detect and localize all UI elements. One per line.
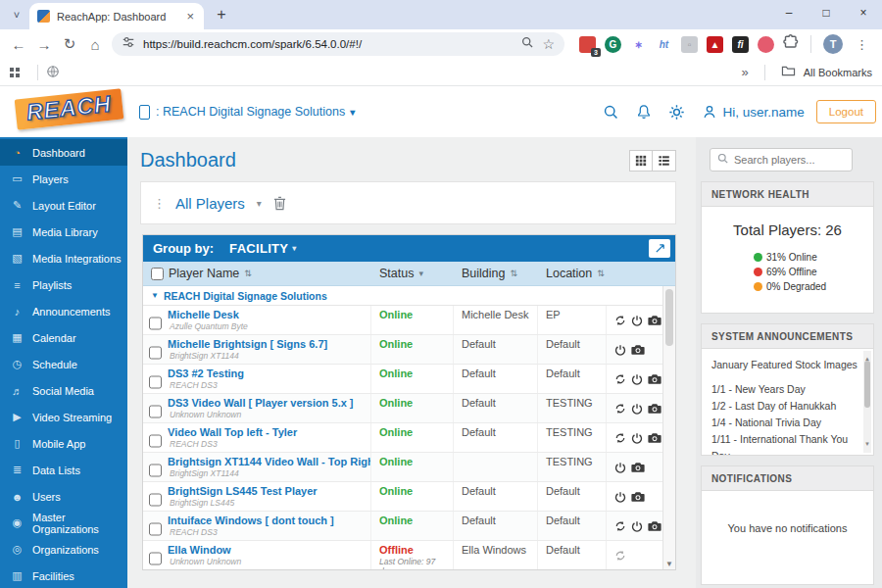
- window-maximize-button[interactable]: □: [808, 0, 845, 25]
- column-header-location[interactable]: Location⇅: [538, 262, 607, 285]
- org-chevron-down-icon[interactable]: ▾: [350, 107, 355, 118]
- sync-icon[interactable]: [614, 315, 626, 326]
- power-icon[interactable]: [614, 344, 626, 356]
- row-checkbox[interactable]: [149, 401, 162, 422]
- tab-search-chevron-icon[interactable]: ˅: [6, 4, 27, 25]
- power-icon[interactable]: [614, 491, 626, 503]
- announcements-scrollbar-thumb[interactable]: [864, 361, 870, 408]
- group-by-caret-icon[interactable]: ▾: [292, 244, 296, 253]
- window-close-button[interactable]: ×: [845, 0, 882, 25]
- power-icon[interactable]: [614, 462, 626, 473]
- table-group-row[interactable]: ▼ REACH Digital Signage Solutions: [143, 286, 675, 306]
- table-scrollbar-thumb[interactable]: [665, 289, 673, 346]
- sort-icon[interactable]: ▾: [418, 269, 423, 278]
- player-name-link[interactable]: Ella Window: [168, 544, 241, 556]
- logout-button[interactable]: Logout: [816, 100, 876, 123]
- grammarly-extension-icon[interactable]: G: [605, 36, 621, 53]
- row-checkbox[interactable]: [149, 430, 162, 452]
- extensions-puzzle-icon[interactable]: [783, 34, 799, 54]
- camera-icon[interactable]: [631, 462, 645, 473]
- all-bookmarks-label[interactable]: All Bookmarks: [804, 67, 872, 78]
- settings-gear-icon[interactable]: [668, 104, 685, 121]
- player-name-link[interactable]: DS3 Video Wall [ Player version 5.x ]: [168, 397, 354, 409]
- select-all-checkbox[interactable]: [151, 268, 164, 280]
- profile-avatar[interactable]: T: [823, 34, 843, 54]
- tune-icon[interactable]: [122, 35, 135, 53]
- gray-extension-icon[interactable]: ▫: [681, 36, 698, 53]
- camera-icon[interactable]: [648, 520, 662, 532]
- column-header-status[interactable]: Status▾: [371, 262, 454, 285]
- table-expand-button[interactable]: [649, 239, 670, 258]
- purple-asterisk-extension-icon[interactable]: ∗: [630, 36, 647, 53]
- notifications-bell-icon[interactable]: [636, 104, 652, 120]
- sort-icon[interactable]: ⇅: [597, 269, 605, 278]
- sidebar-item-playlists[interactable]: ≡Playlists: [0, 271, 127, 298]
- adobe-pdf-extension-icon[interactable]: ▲: [707, 36, 723, 53]
- new-tab-button[interactable]: +: [210, 3, 233, 26]
- camera-icon[interactable]: [648, 373, 662, 385]
- all-bookmarks-folder-icon[interactable]: [781, 65, 796, 79]
- column-header-building[interactable]: Building⇅: [454, 262, 538, 285]
- announcements-scrollbar[interactable]: ▲ ▼: [863, 351, 871, 453]
- table-scrollbar[interactable]: ▼: [662, 286, 675, 569]
- sidebar-item-social-media[interactable]: ♬Social Media: [0, 377, 127, 404]
- players-chevron-down-icon[interactable]: ▾: [257, 198, 262, 209]
- sort-icon[interactable]: ⇅: [510, 269, 517, 278]
- group-by-value[interactable]: FACILITY: [229, 241, 288, 256]
- row-checkbox[interactable]: [149, 489, 162, 511]
- sidebar-item-media-integrations[interactable]: ▧Media Integrations: [0, 245, 127, 271]
- sync-icon[interactable]: [614, 550, 626, 562]
- bookmarks-overflow-icon[interactable]: »: [741, 65, 748, 79]
- table-scroll-down-icon[interactable]: ▼: [663, 560, 675, 568]
- window-minimize-button[interactable]: –: [770, 0, 808, 25]
- camera-icon[interactable]: [631, 491, 645, 503]
- sidebar-item-media-library[interactable]: ▤Media Library: [0, 219, 127, 245]
- sidebar-item-facilities[interactable]: ▥Facilities: [0, 563, 127, 588]
- globe-bookmark-icon[interactable]: [46, 65, 60, 80]
- sidebar-item-organizations[interactable]: ◎Organizations: [0, 536, 127, 563]
- sidebar-item-video-streaming[interactable]: ▶Video Streaming: [0, 404, 127, 430]
- power-icon[interactable]: [631, 403, 643, 415]
- player-name-link[interactable]: Video Wall Top left - Tyler: [168, 426, 297, 438]
- row-checkbox[interactable]: [149, 548, 162, 569]
- home-button[interactable]: ⌂: [82, 31, 108, 57]
- header-search-icon[interactable]: [603, 104, 619, 121]
- player-name-link[interactable]: Intuiface Windows [ dont touch ]: [168, 514, 334, 526]
- reload-button[interactable]: ↻: [57, 31, 82, 57]
- browser-tab[interactable]: ReachApp: Dashboard ×: [29, 3, 204, 29]
- players-dropdown[interactable]: All Players: [175, 195, 245, 212]
- sync-icon[interactable]: [614, 432, 626, 444]
- row-checkbox[interactable]: [149, 313, 162, 334]
- sync-icon[interactable]: [614, 373, 626, 385]
- column-header-player-name[interactable]: Player Name⇅: [143, 262, 371, 285]
- group-collapse-caret-icon[interactable]: ▼: [151, 291, 159, 300]
- url-text[interactable]: https://build.reachcm.com/spark/6.54.0.0…: [143, 38, 514, 50]
- sidebar-item-mobile-app[interactable]: ▯Mobile App: [0, 430, 127, 457]
- player-name-link[interactable]: Michelle Brightsign [ Signs 6.7]: [168, 338, 327, 350]
- pink-circle-extension-icon[interactable]: [758, 36, 774, 53]
- apps-grid-icon[interactable]: [10, 68, 20, 77]
- player-name-link[interactable]: Brightsign XT1144 Video Wall - Top Right: [168, 456, 371, 467]
- sidebar-item-data-lists[interactable]: ≣Data Lists: [0, 457, 127, 483]
- camera-icon[interactable]: [648, 432, 662, 444]
- row-checkbox[interactable]: [149, 460, 162, 481]
- sort-icon[interactable]: ⇅: [244, 269, 252, 278]
- sidebar-item-master-organizations[interactable]: ◉Master Organizations: [0, 510, 127, 536]
- grid-view-button[interactable]: [629, 150, 653, 172]
- row-checkbox[interactable]: [149, 518, 162, 540]
- tab-close-icon[interactable]: ×: [184, 10, 196, 23]
- org-title[interactable]: : REACH Digital Signage Solutions: [156, 105, 345, 119]
- sidebar-item-calendar[interactable]: ▦Calendar: [0, 324, 127, 351]
- sidebar-item-layout-editor[interactable]: ✎Layout Editor: [0, 192, 127, 219]
- search-lens-icon[interactable]: [521, 35, 534, 53]
- blue-chart-extension-icon[interactable]: ht: [656, 36, 672, 53]
- user-person-icon[interactable]: [702, 104, 717, 120]
- power-icon[interactable]: [631, 373, 643, 385]
- delete-group-trash-icon[interactable]: [273, 196, 286, 211]
- power-icon[interactable]: [631, 432, 643, 444]
- browser-menu-icon[interactable]: ⋮: [852, 37, 872, 52]
- sidebar-item-dashboard[interactable]: ◔Dashboard: [0, 139, 127, 166]
- camera-icon[interactable]: [648, 315, 662, 326]
- power-icon[interactable]: [631, 315, 643, 326]
- user-greeting[interactable]: Hi, user.name: [723, 105, 805, 120]
